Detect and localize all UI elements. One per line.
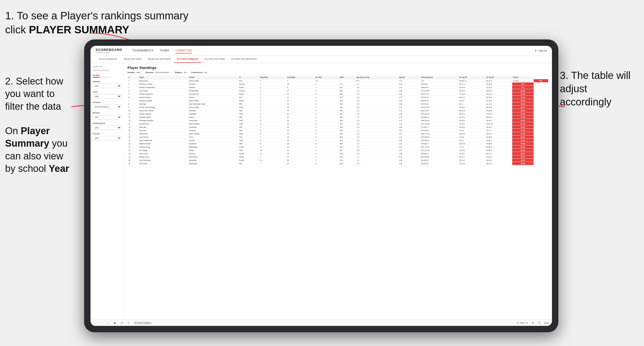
table-cell: 2 [315, 92, 339, 96]
nav-link-teams[interactable]: TEAMS [160, 48, 169, 53]
filter-conference-value: All [204, 71, 207, 74]
table-cell: 51-91-10 [485, 122, 512, 126]
table-cell: David Ford [138, 132, 188, 135]
table-row[interactable]: 20Matthew RiedelVanderbiltFifth923068.8-… [127, 142, 548, 145]
table-cell: 0.74 [398, 155, 420, 159]
table-row[interactable]: 3Michael ThorbjornsenStanfordFourth28168… [127, 86, 548, 89]
toolbar-home[interactable]: ⌂ [107, 321, 110, 325]
table-row[interactable]: 24Bastian AmatNew MexicoFourth127269.4-1… [127, 155, 548, 159]
table-cell: 22-22-0 [485, 86, 512, 89]
table-cell: Luke Powell [138, 135, 188, 139]
sign-out-link[interactable]: Sign out [538, 49, 547, 52]
table-cell: Arizona State [188, 79, 238, 82]
table-row[interactable]: 22Ian GilliganFloridaThird1024168.7-0.91… [127, 149, 548, 152]
table-cell: Florida [188, 149, 238, 152]
table-row[interactable]: 16Alex GoffKentuckyFifth819068.3-1.71.92… [127, 129, 548, 132]
sidebar-no-rds-label: No Rds. [93, 74, 121, 76]
sidebar-range[interactable] [93, 77, 110, 78]
table-cell: East Tennessee State [188, 102, 238, 106]
toolbar-more[interactable]: ••• [120, 321, 124, 325]
table-cell: Texas A&M [188, 119, 238, 122]
nav-icon: ● [535, 49, 536, 52]
table-row[interactable]: 14Maxwell FordNorth CarolinaThird223069.… [127, 122, 548, 126]
table-cell: 27 [286, 155, 315, 159]
sidebar-division-select[interactable]: NCAA Division I [93, 105, 121, 109]
table-cell: 68.7 [339, 86, 355, 89]
toolbar-share[interactable]: Share [544, 322, 549, 324]
table-row[interactable]: 9Preston SummerhaysArizona StateThird134… [127, 106, 548, 109]
table-cell: Jacob Skov Olesen [138, 109, 188, 112]
table-row[interactable]: 1Wenyi DingArizona StateFirst1115167.1-3… [127, 79, 548, 82]
table-cell: 92.54 [512, 129, 534, 132]
sidebar-no-rds-control [93, 77, 121, 78]
sub-nav-team-h2h-grid[interactable]: TEAM H2H GRID [120, 56, 145, 63]
table-cell: 14-20-1 [458, 152, 485, 155]
toolbar-watch-icon: 👁 [517, 322, 519, 324]
table-row[interactable]: 26Petr HrubyWashingtonFifth725068.6-1.81… [127, 162, 548, 165]
filter-gender-value: Men [137, 71, 141, 74]
table-cell: 1 [339, 79, 355, 82]
sidebar-player-select[interactable]: (All) [93, 136, 121, 140]
table-cell: 473-177-57 [420, 145, 458, 149]
col-school: School [188, 76, 238, 79]
table-cell: 377-82-17 [420, 126, 458, 129]
table-cell: 20-25-9 [458, 142, 485, 145]
sidebar-conference-select[interactable]: (All) [93, 126, 121, 130]
sidebar-region-select[interactable]: N/A [93, 115, 121, 119]
table-row[interactable]: 11Gordon SargentVanderbiltThird421068.7-… [127, 112, 548, 116]
table-cell: -0.9 [355, 149, 398, 152]
table-row[interactable]: 23Jack LundinMissouriFourth1124068.6-2.3… [127, 152, 548, 155]
sidebar-year-select[interactable]: (All) [93, 94, 121, 99]
toolbar-watch[interactable]: 👁 Watch ▼ [517, 322, 528, 324]
table-row[interactable]: 5Christo LamprechtGeorgia TechFourth2212… [127, 92, 548, 96]
toolbar-redo[interactable]: → [100, 321, 104, 325]
toolbar-view[interactable]: 👁 View: Original [133, 321, 152, 325]
table-cell: -2.5 [355, 102, 398, 106]
table-cell: 68.4 [339, 116, 355, 119]
table-row[interactable]: 13Phichakon MaichonTexas A&MThird630169.… [127, 119, 548, 122]
table-cell: 89.42 [512, 102, 534, 106]
table-row[interactable]: 12Brendan ValdesAuburnFifth537068.4-1.11… [127, 116, 548, 119]
toolbar-refresh[interactable]: ↻ [127, 321, 131, 325]
sub-nav-player-summary[interactable]: PLAYER SUMMARY [174, 56, 201, 63]
table-row[interactable]: 6Jackson KoivunAuburnFirst127167.3-2.02.… [127, 96, 548, 99]
table-cell: -2.0 [355, 96, 398, 99]
table-cell: 13-18-2 [458, 126, 485, 129]
table-row[interactable]: 8Mats EgeEast Tennessee StateFifth124268… [127, 102, 548, 106]
table-cell: 440-26-6 [420, 82, 458, 86]
sub-nav-team-h2h-heatmap[interactable]: TEAM H2H HEATMAP [145, 56, 174, 63]
sidebar-no-rds-section: No Rds. [93, 74, 121, 78]
table-cell: 23 [286, 159, 315, 162]
table-cell: 605-96-38 [420, 116, 458, 119]
table-cell: -2.5 [355, 92, 398, 96]
table-cell: 1 [259, 109, 286, 112]
table-row[interactable]: 4Luke ClatonFlorida StateSecond127268.2-… [127, 89, 548, 92]
sub-nav-player-h2h-heatmap[interactable]: PLAYER H2H HEATMAP [228, 56, 260, 63]
sub-nav-player-h2h-grid[interactable]: PLAYER H2H GRID [201, 56, 228, 63]
table-row[interactable]: 2Michael Le SassoOle MissSecond118067.1-… [127, 82, 548, 86]
toolbar-copy[interactable]: ▣ [113, 321, 117, 325]
sub-nav-team-summary[interactable]: TEAM SUMMARY [96, 56, 120, 63]
table-row[interactable]: 18Luke PowellUCLAFirst424069.1-1.81.1350… [127, 135, 548, 139]
toolbar-layout[interactable]: ☰ [537, 321, 542, 325]
sidebar-gender-select[interactable]: Men [93, 84, 121, 88]
sidebar-conference-label: Conference [93, 122, 121, 124]
table-cell: 24-31-5 [458, 89, 485, 92]
table-cell: 1.13 [398, 135, 420, 139]
table-row[interactable]: 17David FordNorth CarolinaThird421069.0-… [127, 132, 548, 135]
table-row[interactable]: 21Taehoon SongWashingtonFourth423169.1-1… [127, 145, 548, 149]
col-yr: Yr [238, 76, 259, 79]
table-row[interactable]: 10Jacob Skov OlesenArkansasFifth123068.4… [127, 109, 548, 112]
toolbar-download[interactable]: ⬇ [531, 321, 535, 325]
table-row[interactable]: 19Tiger ChristensenArizonaThird523269.2-… [127, 139, 548, 142]
table-row[interactable]: 7Nicholas GabrieleNorth FloridaFourth127… [127, 99, 548, 102]
nav-link-committee[interactable]: COMMITTEE [175, 48, 192, 53]
toolbar-undo[interactable]: ← [93, 321, 97, 325]
table-cell: -1.5 [355, 126, 398, 129]
table-cell: Third [238, 139, 259, 142]
table-row[interactable]: 25Cole SherwoodVanderbiltFourth1223169.3… [127, 159, 548, 162]
table-cell: Third [238, 112, 259, 116]
table-cell: 24-45-1 [485, 139, 512, 142]
nav-link-tournaments[interactable]: TOURNAMENTS [132, 48, 153, 53]
table-row[interactable]: 15Jake HallTennesseeFifth718068.5-1.51.6… [127, 126, 548, 129]
